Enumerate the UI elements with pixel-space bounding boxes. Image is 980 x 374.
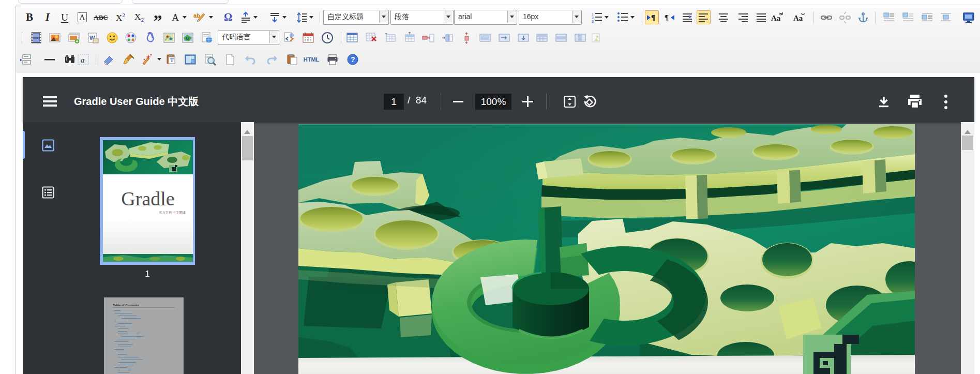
svg-text:a: a xyxy=(81,56,85,64)
svg-text:?: ? xyxy=(351,55,355,64)
svg-text:G: G xyxy=(186,36,189,41)
svg-text:¶: ¶ xyxy=(651,13,655,22)
svg-text:2: 2 xyxy=(592,16,594,20)
svg-text:Aa: Aa xyxy=(771,14,781,22)
svg-text:1: 1 xyxy=(592,12,594,16)
svg-text:Aa: Aa xyxy=(793,14,803,22)
svg-text:¶: ¶ xyxy=(665,13,669,22)
svg-text:3: 3 xyxy=(592,20,594,23)
svg-text:ab: ab xyxy=(193,12,200,19)
svg-text:T: T xyxy=(170,57,174,63)
